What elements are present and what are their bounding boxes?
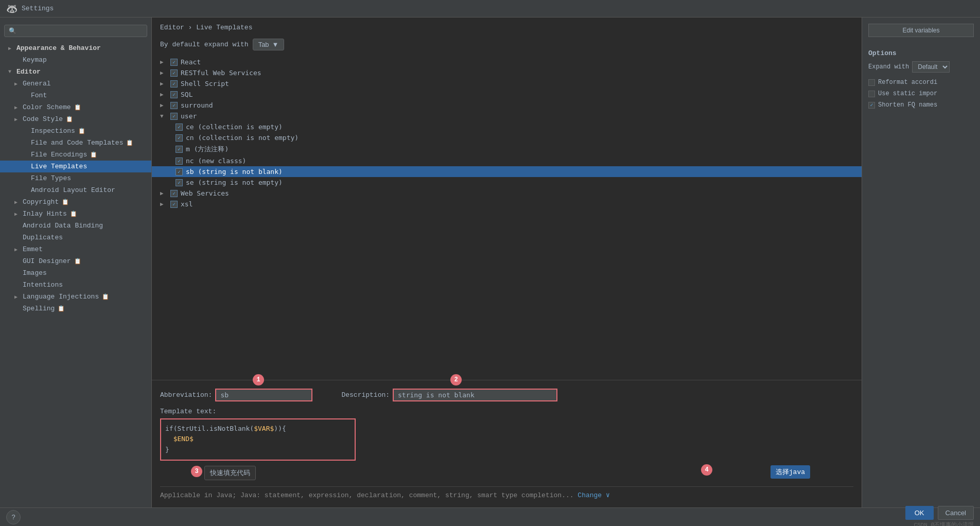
checkbox-nc[interactable]: [176, 157, 183, 165]
arrow-icon: ▼: [8, 69, 14, 75]
cancel-button[interactable]: Cancel: [938, 506, 974, 520]
tree-item-sql[interactable]: ▶ SQL: [152, 89, 862, 100]
abbreviation-input[interactable]: [215, 389, 312, 401]
tree-arrow-icon: ▶: [160, 190, 167, 197]
checkbox-static-import[interactable]: [868, 91, 875, 97]
sidebar-item-gui-designer[interactable]: GUI Designer 📋: [0, 255, 151, 267]
tree-item-m[interactable]: m (方法注释): [152, 143, 862, 155]
description-input[interactable]: [393, 389, 557, 401]
template-text-area[interactable]: if(StrUtil.isNotBlank($VAR$)){ $END$ }: [160, 418, 356, 461]
sidebar-item-file-types[interactable]: File Types: [0, 172, 151, 184]
tree-arrow-icon: ▶: [160, 201, 167, 207]
tree-item-label: SQL: [181, 91, 192, 98]
checkbox-m[interactable]: [176, 146, 183, 153]
checkbox-se[interactable]: [176, 179, 183, 186]
sidebar-item-label: Copyright: [23, 198, 59, 206]
sidebar-item-copyright[interactable]: ▶ Copyright 📋: [0, 196, 151, 208]
checkbox-ce[interactable]: [176, 124, 183, 131]
sidebar-item-emmet[interactable]: ▶ Emmet: [0, 243, 151, 255]
edit-variables-button[interactable]: Edit variables: [868, 24, 974, 37]
tree-item-restful[interactable]: ▶ RESTful Web Services: [152, 67, 862, 78]
watermark: CSDN @不懂事的小流氓: [914, 521, 974, 527]
checkbox-cn[interactable]: [176, 134, 183, 142]
arrow-icon: ▶: [14, 294, 21, 300]
tree-item-nc[interactable]: nc (new classs): [152, 155, 862, 166]
checkbox-ws[interactable]: [170, 190, 178, 197]
sidebar-item-inspections[interactable]: Inspections 📋: [0, 125, 151, 137]
tree-arrow-icon: ▶: [160, 80, 167, 87]
arrow-icon: ▶: [8, 45, 14, 51]
sidebar-item-file-code-templates[interactable]: File and Code Templates 📋: [0, 137, 151, 149]
checkbox-reformat[interactable]: [868, 79, 875, 86]
copy-icon: 📋: [70, 211, 77, 217]
bottom-bar: ? OK Cancel CSDN @不懂事的小流氓: [0, 507, 980, 526]
tree-item-sb[interactable]: sb (string is not blank): [152, 166, 862, 177]
abbreviation-group: Abbreviation:: [160, 389, 312, 401]
sidebar-item-general[interactable]: ▶ General: [0, 78, 151, 90]
tree-item-cn[interactable]: cn (collection is not empty): [152, 132, 862, 143]
expand-with-row: Expand with Default Tab Enter Space: [868, 61, 974, 73]
checkbox-sb[interactable]: [176, 168, 183, 176]
sidebar-item-android-layout[interactable]: Android Layout Editor: [0, 184, 151, 196]
sidebar-item-duplicates[interactable]: Duplicates: [0, 232, 151, 243]
checkbox-restful[interactable]: [170, 69, 178, 77]
sidebar-item-editor[interactable]: ▼ Editor: [0, 66, 151, 78]
right-panel: Edit variables Options Expand with Defau…: [862, 17, 980, 507]
checkbox-sql[interactable]: [170, 91, 178, 98]
ok-button[interactable]: OK: [905, 506, 934, 520]
expand-with-dropdown[interactable]: Default Tab Enter Space: [912, 61, 950, 73]
sidebar-item-lang-inject[interactable]: ▶ Language Injections 📋: [0, 291, 151, 303]
abbreviation-label: Abbreviation:: [160, 391, 212, 399]
sidebar-item-label: Font: [31, 92, 47, 99]
sidebar-item-inlay-hints[interactable]: ▶ Inlay Hints 📋: [0, 208, 151, 220]
checkbox-surround[interactable]: [170, 102, 178, 109]
tree-item-web-services[interactable]: ▶ Web Services: [152, 188, 862, 199]
sidebar-item-label: Language Injections: [23, 293, 99, 301]
sidebar-item-code-style[interactable]: ▶ Code Style 📋: [0, 113, 151, 125]
sidebar-item-font[interactable]: Font: [0, 90, 151, 101]
arrow-icon: ▶: [14, 104, 21, 111]
help-button[interactable]: ?: [6, 510, 21, 524]
sidebar-item-appearance[interactable]: ▶ Appearance & Behavior: [0, 42, 151, 54]
tree-item-react[interactable]: ▶ React: [152, 57, 862, 67]
checkbox-user[interactable]: [170, 113, 178, 120]
tree-item-ce[interactable]: ce (collection is empty): [152, 121, 862, 132]
sidebar-item-intentions[interactable]: Intentions: [0, 279, 151, 291]
sidebar-item-label: Inspections: [31, 127, 75, 135]
search-input[interactable]: [4, 25, 147, 37]
change-link[interactable]: Change ∨: [577, 492, 609, 499]
sidebar-item-color-scheme[interactable]: ▶ Color Scheme 📋: [0, 101, 151, 113]
main-content: Editor › Live Templates By default expan…: [152, 17, 862, 507]
checkbox-shell[interactable]: [170, 80, 178, 87]
tree-item-xsl[interactable]: ▶ xsl: [152, 199, 862, 209]
expand-with-label: Expand with: [868, 63, 909, 71]
help-icon: ?: [11, 513, 15, 521]
sidebar-item-label: File Types: [31, 174, 71, 182]
sidebar-item-keymap[interactable]: Keymap: [0, 54, 151, 66]
tree-arrow-icon: ▶: [160, 102, 167, 109]
sidebar-item-spelling[interactable]: Spelling 📋: [0, 303, 151, 314]
breadcrumb-text: Editor › Live Templates: [160, 24, 252, 31]
sidebar-item-file-encodings[interactable]: File Encodings 📋: [0, 149, 151, 161]
applicable-text: Applicable in Java; Java: statement, exp…: [160, 492, 574, 499]
checkbox-react[interactable]: [170, 59, 178, 66]
option-row-2: Use static impor: [868, 90, 974, 97]
description-label: Description:: [341, 391, 390, 399]
tree-item-se[interactable]: se (string is not empty): [152, 177, 862, 188]
sidebar-item-live-templates[interactable]: Live Templates: [0, 161, 151, 172]
tree-item-label: cn (collection is not empty): [186, 134, 299, 142]
sidebar-item-images[interactable]: Images: [0, 267, 151, 279]
sidebar-item-label: Editor: [16, 68, 41, 76]
bottom-right: OK Cancel CSDN @不懂事的小流氓: [905, 506, 974, 527]
checkbox-xsl[interactable]: [170, 201, 178, 208]
sidebar-item-android-data[interactable]: Android Data Binding: [0, 220, 151, 232]
tree-item-user[interactable]: ▼ user: [152, 111, 862, 121]
copy-icon: 📋: [90, 151, 97, 158]
java-bubble: 选择java: [771, 465, 810, 479]
tree-item-surround[interactable]: ▶ surround: [152, 100, 862, 111]
tree-item-label: xsl: [181, 200, 192, 208]
bottom-left: ?: [6, 510, 21, 524]
expand-dropdown[interactable]: Tab ▼: [253, 39, 285, 50]
checkbox-shorten-fq[interactable]: [868, 102, 875, 109]
tree-item-shell[interactable]: ▶ Shell Script: [152, 78, 862, 89]
